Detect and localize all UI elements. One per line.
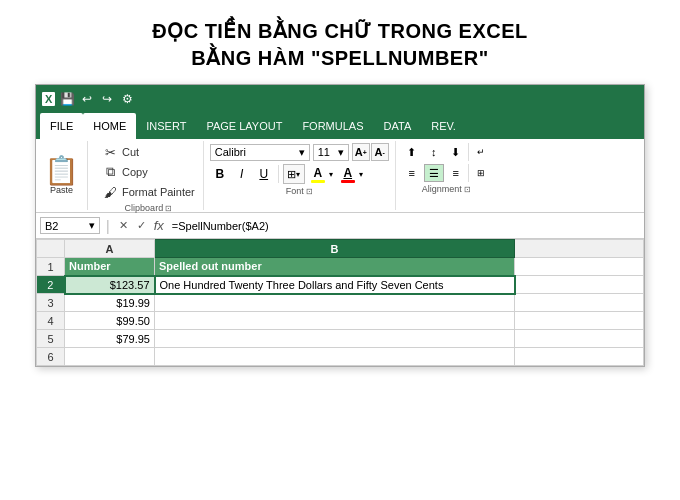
divider [278,165,279,183]
divider3 [468,164,469,182]
cell-b5[interactable] [155,330,515,348]
font-name-selector[interactable]: Calibri ▾ [210,144,310,161]
row-num-2: 2 [37,276,65,294]
cell-c5 [515,330,644,348]
cell-a6[interactable] [65,348,155,366]
font-color-dropdown[interactable]: ▾ [359,170,363,179]
tab-page-layout[interactable]: PAGE LAYOUT [196,113,292,139]
align-bottom-button[interactable]: ⬇ [446,143,466,161]
italic-button[interactable]: I [232,164,252,184]
paste-button[interactable]: 📋 Paste [40,141,88,210]
table-row: 1 Number Spelled out number [37,258,644,276]
font-color-button[interactable]: A [341,166,355,183]
align-right-button[interactable]: ≡ [446,164,466,182]
increase-font-size-button[interactable]: A+ [352,143,370,161]
format-painter-button[interactable]: 🖌 Format Painter [100,183,197,201]
ribbon-toolbar: 📋 Paste ✂ Cut ⧉ Copy 🖌 Format Pai [36,139,644,213]
cell-a5[interactable]: $79.95 [65,330,155,348]
font-expand-icon[interactable]: ⊡ [306,187,313,196]
fx-label: fx [154,218,164,233]
align-middle-button[interactable]: ↕ [424,143,444,161]
divider2 [468,143,469,161]
cell-b3[interactable] [155,294,515,312]
corner-header [37,240,65,258]
font-name-dropdown-icon: ▾ [299,146,305,159]
cell-a3[interactable]: $19.99 [65,294,155,312]
cell-c1 [515,258,644,276]
cut-button[interactable]: ✂ Cut [100,143,197,161]
customize-icon[interactable]: ⚙ [119,91,135,107]
fill-color-bar [311,180,325,183]
page-title: ĐỌC TIỀN BẰNG CHỮ TRONG EXCEL BẰNG HÀM "… [0,0,680,84]
tab-formulas[interactable]: FORMULAS [292,113,373,139]
row-num-6: 6 [37,348,65,366]
table-row: 2 $123.57 One Hundred Twenty Three Dolla… [37,276,644,294]
excel-window: X 💾 ↩ ↪ ⚙ FILE HOME INSERT PAGE LAYOUT F… [35,84,645,367]
table-row: 5 $79.95 [37,330,644,348]
borders-button[interactable]: ⊞ ▾ [283,164,305,184]
table-row: 4 $99.50 [37,312,644,330]
alignment-expand-icon[interactable]: ⊡ [464,185,471,194]
borders-icon: ⊞ [287,168,296,181]
cell-b2[interactable]: One Hundred Twenty Three Dollars and Fif… [155,276,515,294]
align-left-button[interactable]: ≡ [402,164,422,182]
ribbon-tabs: FILE HOME INSERT PAGE LAYOUT FORMULAS DA… [36,113,644,139]
cut-icon: ✂ [102,144,118,160]
cell-c6 [515,348,644,366]
formula-input[interactable]: =SpellNumber($A2) [172,220,640,232]
column-header-row: A B [37,240,644,258]
cell-a4[interactable]: $99.50 [65,312,155,330]
font-size-selector[interactable]: 11 ▾ [313,144,349,161]
excel-titlebar: X 💾 ↩ ↪ ⚙ [36,85,644,113]
align-top-button[interactable]: ⬆ [402,143,422,161]
sheet-table: A B 1 Number Spelled out number 2 $123.5… [36,239,644,366]
confirm-formula-button[interactable]: ✓ [134,218,150,234]
fill-color-button[interactable]: A [311,166,325,183]
cell-b4[interactable] [155,312,515,330]
undo-icon[interactable]: ↩ [79,91,95,107]
borders-dropdown-icon: ▾ [296,170,300,179]
font-size-dropdown-icon: ▾ [338,146,344,159]
col-header-rest [515,240,644,258]
decrease-font-size-button[interactable]: A- [371,143,389,161]
copy-icon: ⧉ [102,164,118,180]
table-row: 6 [37,348,644,366]
formula-divider: | [106,218,110,234]
wrap-text-button[interactable]: ↵ [471,143,491,161]
clipboard-expand-icon[interactable]: ⊡ [165,204,172,213]
cell-c4 [515,312,644,330]
col-header-b[interactable]: B [155,240,515,258]
cell-b6[interactable] [155,348,515,366]
copy-button[interactable]: ⧉ Copy [100,163,197,181]
tab-data[interactable]: DATA [374,113,422,139]
cell-b1[interactable]: Spelled out number [155,258,515,276]
underline-button[interactable]: U [254,164,274,184]
save-icon[interactable]: 💾 [59,91,75,107]
row-num-1: 1 [37,258,65,276]
tab-file[interactable]: FILE [40,113,83,139]
merge-center-button[interactable]: ⊞ [471,164,491,182]
format-painter-icon: 🖌 [102,184,118,200]
col-header-a[interactable]: A [65,240,155,258]
redo-icon[interactable]: ↪ [99,91,115,107]
paste-label: Paste [50,185,73,195]
font-group: Calibri ▾ 11 ▾ A+ A- B [204,141,396,210]
tab-review[interactable]: REV. [421,113,466,139]
fill-color-dropdown[interactable]: ▾ [329,170,333,179]
row-num-5: 5 [37,330,65,348]
font-color-bar [341,180,355,183]
row-num-3: 3 [37,294,65,312]
formula-bar: B2 ▾ | ✕ ✓ fx =SpellNumber($A2) [36,213,644,239]
align-center-button[interactable]: ☰ [424,164,444,182]
cell-a1[interactable]: Number [65,258,155,276]
name-box-dropdown-icon: ▾ [89,219,95,232]
spreadsheet: A B 1 Number Spelled out number 2 $123.5… [36,239,644,366]
tab-home[interactable]: HOME [83,113,136,139]
tab-insert[interactable]: INSERT [136,113,196,139]
excel-logo-icon: X [42,92,55,106]
bold-button[interactable]: B [210,164,230,184]
cancel-formula-button[interactable]: ✕ [116,218,132,234]
alignment-group: ⬆ ↕ ⬇ ↵ ≡ ☰ ≡ ⊞ Alignment ⊡ [396,141,497,210]
cell-name-box[interactable]: B2 ▾ [40,217,100,234]
cell-a2[interactable]: $123.57 [65,276,155,294]
